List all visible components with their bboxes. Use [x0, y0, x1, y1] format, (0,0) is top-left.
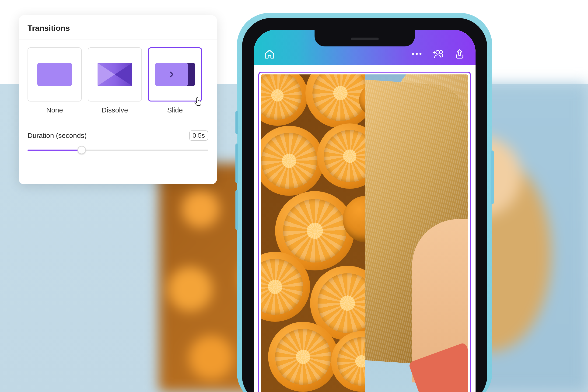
- phone-notch: [314, 30, 415, 46]
- panel-divider: [19, 39, 217, 40]
- phone-mockup: [237, 13, 492, 392]
- duration-value-input[interactable]: 0.5s: [189, 130, 208, 141]
- transition-label: Dissolve: [88, 106, 142, 114]
- add-people-icon: [432, 48, 445, 60]
- transition-options: None Dissolve Slide: [28, 47, 208, 114]
- stage: Transitions None Dissolve: [0, 0, 588, 392]
- phone-side-button: [236, 111, 238, 134]
- invite-button[interactable]: [432, 48, 445, 60]
- transition-thumb-slide[interactable]: [148, 47, 202, 102]
- phone-power-button: [491, 150, 494, 204]
- svg-point-3: [436, 50, 440, 54]
- design-canvas[interactable]: [258, 72, 471, 392]
- svg-point-0: [412, 53, 414, 55]
- dissolve-icon: [98, 63, 132, 86]
- canvas-inner: [261, 74, 468, 392]
- panel-title: Transitions: [28, 24, 208, 33]
- share-button[interactable]: [454, 48, 465, 60]
- transition-option-none[interactable]: None: [28, 47, 82, 114]
- phone-volume-down: [236, 190, 238, 230]
- transition-label: None: [28, 106, 82, 114]
- clip-portrait[interactable]: [365, 74, 468, 392]
- duration-label: Duration (seconds): [28, 132, 86, 140]
- home-icon: [264, 48, 275, 60]
- slider-thumb[interactable]: [78, 146, 86, 154]
- svg-point-2: [420, 53, 422, 55]
- chevron-right-icon: [168, 70, 176, 78]
- more-button[interactable]: [411, 52, 422, 56]
- duration-slider[interactable]: [28, 146, 208, 154]
- transition-thumb-dissolve[interactable]: [88, 47, 142, 102]
- duration-row: Duration (seconds) 0.5s: [28, 130, 208, 141]
- svg-point-4: [440, 50, 443, 54]
- transition-option-dissolve[interactable]: Dissolve: [88, 47, 142, 114]
- home-button[interactable]: [264, 48, 275, 60]
- share-icon: [454, 48, 465, 60]
- phone-volume-up: [236, 144, 238, 183]
- svg-point-1: [416, 53, 418, 55]
- transition-label: Slide: [148, 106, 202, 114]
- transitions-panel: Transitions None Dissolve: [19, 15, 217, 184]
- slider-fill: [28, 150, 82, 151]
- phone-body: [242, 18, 487, 392]
- none-icon: [37, 63, 72, 86]
- transition-option-slide[interactable]: Slide: [148, 47, 202, 114]
- phone-speaker: [351, 38, 379, 40]
- phone-screen: [254, 30, 476, 392]
- slide-icon: [155, 63, 195, 86]
- transition-thumb-none[interactable]: [28, 47, 82, 102]
- clip-oranges[interactable]: [261, 74, 365, 392]
- more-icon: [411, 52, 422, 56]
